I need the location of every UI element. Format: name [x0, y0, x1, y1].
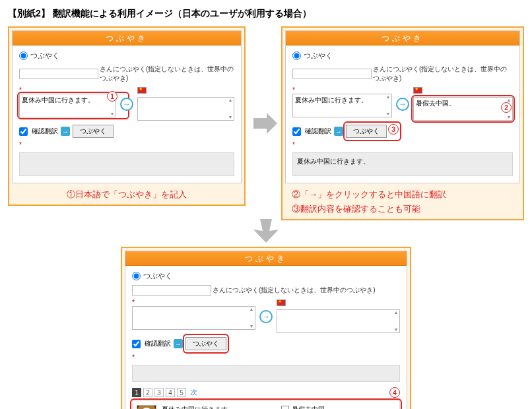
mode-radio-input[interactable] [132, 272, 141, 280]
scroll-stub: ▴▾ [385, 94, 391, 117]
target-textarea[interactable] [413, 97, 513, 121]
preview-box [132, 365, 400, 382]
translate-button[interactable]: → [396, 98, 409, 111]
flag-cn-icon [277, 299, 286, 306]
required-star: * [292, 142, 512, 148]
recipient-suffix: さんにつぶやく(指定しないときは、世界中のつぶやき) [373, 65, 513, 83]
target-textarea[interactable] [137, 97, 234, 121]
mode-radio[interactable]: つぶやく [292, 51, 513, 61]
source-textarea[interactable] [132, 306, 255, 330]
pager-page[interactable]: 1 [132, 388, 141, 397]
panel-step2: つぶやき つぶやく さんにつぶやく(指定しないときは、世界中のつぶやき) * [281, 26, 524, 220]
preview-box: 夏休み中国に行きます。 [292, 152, 513, 176]
required-star: * [19, 142, 233, 148]
mode-radio-label: つぶやく [304, 51, 333, 61]
marker-4: 4 [389, 387, 400, 398]
svg-marker-0 [253, 113, 277, 134]
translate-button[interactable]: → [120, 98, 133, 111]
flag-cn-icon [413, 87, 422, 94]
mini-arrow-icon[interactable]: → [334, 127, 343, 136]
scroll-stub: ▴▾ [393, 310, 399, 332]
panel-step1: つぶやき つぶやく さんにつぶやく(指定しないときは、世界中のつぶやき) * [8, 26, 246, 206]
panel-step3: つぶやき つぶやく さんにつぶやく(指定しないときは、世界中のつぶやき) * [121, 247, 411, 409]
post-card: 夏休み中国に行きます。 by 1分以内 暑假去中国。 [132, 400, 400, 409]
source-textarea[interactable] [19, 94, 116, 117]
submit-button[interactable]: つぶやく [185, 337, 226, 350]
arrow-down-icon [251, 218, 281, 244]
confirm-checkbox[interactable] [132, 340, 141, 348]
svg-marker-1 [253, 219, 279, 243]
confirm-checkbox[interactable] [292, 127, 301, 136]
recipient-input[interactable] [292, 69, 372, 79]
pager-page[interactable]: 4 [166, 388, 175, 397]
flag-cn-icon [137, 87, 147, 94]
marker-2: 2 [501, 102, 512, 113]
page-title: 【別紙2】 翻訳機能による利用イメージ（日本のユーザが利用する場合） [8, 8, 524, 20]
mode-radio-input[interactable] [19, 51, 28, 60]
mini-arrow-icon[interactable]: → [174, 339, 183, 348]
post-text-cn: 暑假去中国。 [292, 405, 331, 409]
confirm-label: 確認翻訳 [32, 127, 58, 136]
mini-arrow-icon[interactable]: → [61, 127, 70, 136]
required-star: * [292, 87, 391, 94]
post-text-jp: 夏休み中国に行きます。 [162, 405, 276, 409]
pager: 1 2 3 4 5 次 4 [132, 387, 400, 398]
scroll-stub: ▴▾ [227, 98, 234, 120]
translate-button[interactable]: → [259, 310, 273, 323]
mode-radio[interactable]: つぶやく [132, 271, 400, 281]
recipient-input[interactable] [19, 69, 98, 79]
submit-button[interactable]: つぶやく [346, 125, 387, 138]
app-header: つぶやき [13, 31, 241, 46]
required-star: * [132, 299, 254, 306]
marker-1: 1 [107, 91, 117, 102]
document-icon [281, 406, 289, 409]
app-header: つぶやき [125, 251, 407, 266]
recipient-suffix: さんにつぶやく(指定しないときは、世界中のつぶやき) [213, 286, 376, 295]
arrow-right-icon [252, 110, 279, 137]
pager-page[interactable]: 3 [154, 388, 164, 397]
recipient-input[interactable] [132, 285, 211, 296]
preview-box [19, 152, 234, 176]
required-star: * [132, 354, 399, 361]
caption-step2-line1: ②「→」をクリックすると中国語に翻訳 [285, 187, 520, 202]
mode-radio[interactable]: つぶやく [19, 51, 234, 61]
required-star: * [19, 87, 115, 94]
app-header: つぶやき [286, 31, 519, 46]
pager-page[interactable]: 2 [143, 388, 152, 397]
mode-radio-label: つぶやく [30, 51, 59, 61]
confirm-label: 確認翻訳 [305, 127, 331, 136]
target-textarea[interactable] [277, 309, 400, 333]
scroll-stub: ▴▾ [248, 307, 255, 329]
recipient-suffix: さんにつぶやく(指定しないときは、世界中のつぶやき) [100, 65, 234, 83]
caption-step1: ①日本語で「つぶやき」を記入 [12, 187, 242, 202]
mode-radio-input[interactable] [292, 51, 301, 60]
pager-next[interactable]: 次 [191, 388, 197, 397]
marker-3: 3 [388, 124, 399, 135]
confirm-label: 確認翻訳 [145, 339, 171, 348]
avatar [137, 405, 156, 409]
source-textarea[interactable] [292, 94, 392, 117]
confirm-checkbox[interactable] [19, 127, 28, 136]
pager-page[interactable]: 5 [177, 388, 186, 397]
submit-button[interactable]: つぶやく [73, 125, 114, 138]
mode-radio-label: つぶやく [143, 271, 172, 281]
caption-step2-line2: ③翻訳内容を確認することも可能 [285, 202, 520, 216]
